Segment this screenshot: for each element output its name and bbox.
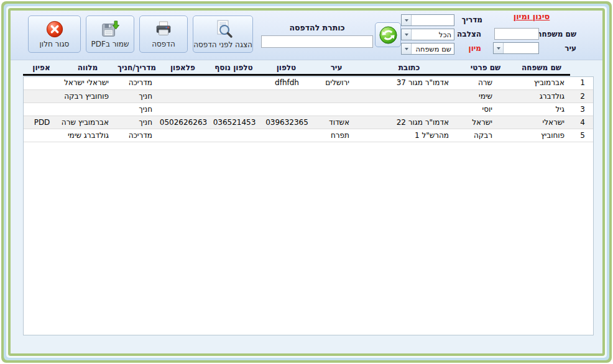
cell-profile bbox=[24, 89, 60, 102]
cell-first_name: יוסי bbox=[459, 102, 514, 116]
cell-first_name: רבקה bbox=[459, 129, 514, 142]
cell-address bbox=[361, 102, 459, 116]
chevron-down-icon bbox=[402, 29, 412, 40]
print-title-label: כותרת להדפסה bbox=[261, 23, 373, 32]
chevron-down-icon bbox=[402, 15, 412, 25]
cell-first_name: ישראל bbox=[459, 116, 514, 129]
window-border-outer-green: סגור חלון שמור בPDF bbox=[1, 1, 612, 363]
col-header-phone2[interactable]: טלפון נוסף bbox=[208, 62, 260, 75]
window-border-blue: סגור חלון שמור בPDF bbox=[4, 4, 609, 360]
col-header-profile[interactable]: אפיון bbox=[23, 62, 60, 75]
print-label: הדפסה bbox=[152, 40, 175, 48]
cell-phone bbox=[260, 89, 313, 102]
refresh-icon bbox=[379, 25, 398, 45]
cell-companion: אברמוביץ שרה bbox=[60, 116, 116, 129]
madrich-dropdown[interactable] bbox=[401, 14, 454, 26]
cell-last_name: גולדברג bbox=[514, 89, 571, 102]
cell-mobile bbox=[159, 89, 208, 102]
cell-profile bbox=[24, 129, 60, 142]
cell-city: אשדוד bbox=[313, 116, 361, 129]
cell-companion: גולדברג שימי bbox=[60, 129, 116, 142]
table-row[interactable]: 3גיליוסיחניך bbox=[24, 102, 594, 116]
cell-companion: פוחוביץ רבקה bbox=[60, 89, 116, 102]
cell-phone2 bbox=[208, 102, 260, 116]
table-row[interactable]: 1אברמוביץשרהאדמו"ר מגור 37ירושליםdfhfdhמ… bbox=[24, 76, 594, 89]
cell-address: מהרש"ל 1 bbox=[361, 129, 459, 142]
print-preview-icon bbox=[213, 19, 233, 39]
cell-phone: 039632365 bbox=[260, 116, 313, 129]
family-name-input[interactable] bbox=[494, 28, 539, 40]
cell-mobile bbox=[159, 76, 208, 89]
table-row[interactable]: 2גולדברגשימיחניךפוחוביץ רבקה bbox=[24, 89, 594, 102]
cell-role: מדריכה bbox=[116, 129, 159, 142]
col-header-last-name[interactable]: שם משפחה bbox=[513, 62, 570, 75]
cell-role: חניך bbox=[116, 116, 159, 129]
close-icon bbox=[45, 20, 64, 39]
print-icon bbox=[154, 20, 173, 39]
col-header-first-name[interactable]: שם פרטי bbox=[458, 62, 513, 75]
cross-dropdown[interactable]: הכל bbox=[401, 29, 454, 40]
cell-phone bbox=[260, 129, 313, 142]
cell-phone bbox=[260, 102, 313, 116]
col-header-city[interactable]: עיר bbox=[313, 62, 360, 75]
cell-last_name: גיל bbox=[514, 102, 571, 116]
city-dropdown-value bbox=[504, 43, 538, 53]
cell-address: אדמו"ר מגור 37 bbox=[361, 76, 459, 89]
app-window: סגור חלון שמור בPDF bbox=[0, 0, 613, 364]
cell-address: אדמו"ר מגור 22 bbox=[361, 116, 459, 129]
cell-profile bbox=[24, 76, 60, 89]
cell-last_name: פוחוביץ bbox=[514, 129, 571, 142]
print-title-input[interactable] bbox=[261, 35, 373, 48]
toolbar: סגור חלון שמור בPDF bbox=[11, 11, 602, 60]
cell-city bbox=[313, 89, 361, 102]
cell-city: תפרח bbox=[313, 129, 361, 142]
madrich-dropdown-value bbox=[412, 15, 454, 25]
sort-dropdown[interactable]: שם משפחה bbox=[401, 43, 454, 55]
col-header-address[interactable]: כתובת bbox=[360, 62, 458, 75]
cross-dropdown-value: הכל bbox=[412, 29, 454, 40]
col-header-role[interactable]: מדריך/חניך bbox=[116, 62, 158, 75]
cell-role: חניך bbox=[116, 102, 159, 116]
cell-first_name: שימי bbox=[459, 89, 514, 102]
cell-phone2 bbox=[208, 89, 260, 102]
save-pdf-label: שמור בPDF bbox=[91, 40, 129, 48]
table-row[interactable]: 4ישראליישראלאדמו"ר מגור 22אשדוד039632365… bbox=[24, 116, 594, 129]
chevron-down-icon bbox=[402, 43, 412, 54]
refresh-button[interactable] bbox=[375, 22, 401, 47]
print-button[interactable]: הדפסה bbox=[139, 16, 188, 53]
close-window-label: סגור חלון bbox=[40, 40, 70, 48]
table-row[interactable]: 5פוחוביץרבקהמהרש"ל 1תפרחמדריכהגולדברג שי… bbox=[24, 129, 594, 142]
cell-mobile bbox=[159, 102, 208, 116]
cell-profile bbox=[24, 102, 60, 116]
filter-sort-title: סינון ומיון bbox=[502, 12, 561, 21]
cell-last_name: ישראלי bbox=[514, 116, 571, 129]
col-header-phone[interactable]: טלפון bbox=[260, 62, 313, 75]
col-header-companion[interactable]: מלווה bbox=[60, 62, 116, 75]
col-header-mobile[interactable]: פלאפון bbox=[158, 62, 208, 75]
cell-phone: dfhfdh bbox=[260, 76, 313, 89]
close-window-button[interactable]: סגור חלון bbox=[28, 16, 81, 53]
cell-role: מדריכה bbox=[116, 76, 159, 89]
cell-last_name: אברמוביץ bbox=[514, 76, 571, 89]
cell-phone2: 036521453 bbox=[208, 116, 260, 129]
cell-profile: PDD bbox=[24, 116, 60, 129]
cell-num: 5 bbox=[571, 129, 594, 142]
cell-role: חניך bbox=[116, 89, 159, 102]
print-preview-label: הצגה לפני הדפסה bbox=[193, 40, 252, 49]
save-pdf-button[interactable]: שמור בPDF bbox=[86, 16, 134, 53]
cell-mobile: 0502626263 bbox=[159, 116, 208, 129]
cell-address bbox=[361, 89, 459, 102]
chevron-down-icon bbox=[494, 43, 504, 53]
cell-companion bbox=[60, 102, 116, 116]
sort-dropdown-value: שם משפחה bbox=[412, 43, 454, 54]
table-header: שם משפחה שם פרטי כתובת עיר טלפון טלפון נ… bbox=[23, 62, 594, 76]
window-border-white: סגור חלון שמור בPDF bbox=[6, 6, 607, 358]
cell-phone2 bbox=[208, 76, 260, 89]
cell-num: 1 bbox=[571, 76, 594, 89]
print-preview-button[interactable]: הצגה לפני הדפסה bbox=[193, 16, 253, 53]
cell-mobile bbox=[159, 129, 208, 142]
cell-companion: ישראלי ישראל bbox=[60, 76, 116, 89]
window-content: סגור חלון שמור בPDF bbox=[11, 11, 602, 353]
window-border-inner-green: סגור חלון שמור בPDF bbox=[8, 8, 605, 356]
city-dropdown[interactable] bbox=[493, 42, 539, 54]
